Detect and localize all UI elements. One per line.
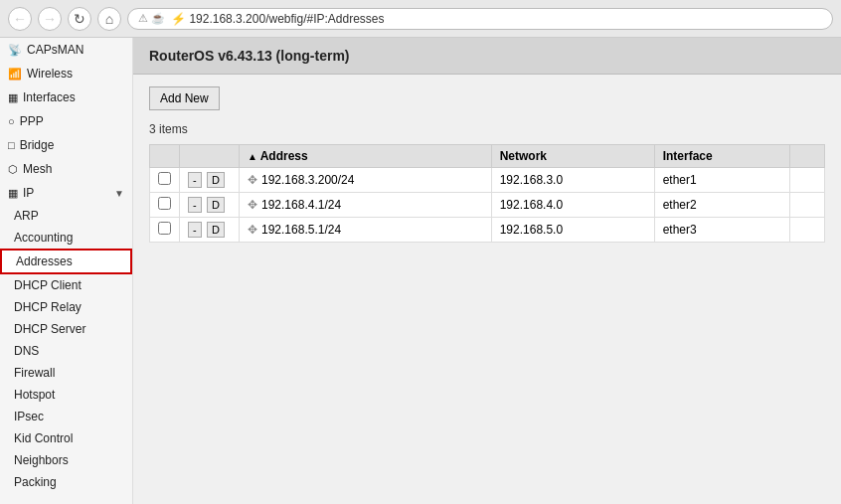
sidebar-item-hotspot[interactable]: Hotspot	[0, 384, 132, 406]
row-address: ✥192.168.5.1/24	[240, 218, 492, 243]
row-checkbox[interactable]	[158, 222, 171, 235]
back-button[interactable]: ←	[8, 7, 32, 31]
forward-button[interactable]: →	[38, 7, 62, 31]
d-button[interactable]: D	[207, 222, 225, 238]
dhcp-relay-label: DHCP Relay	[14, 300, 82, 314]
row-actions-cell: - D	[180, 168, 240, 193]
address-bar[interactable]: ⚠ ☕ ⚡ 192.168.3.200/webfig/#IP:Addresses	[127, 8, 833, 30]
browser-chrome: ← → ↻ ⌂ ⚠ ☕ ⚡ 192.168.3.200/webfig/#IP:A…	[0, 0, 841, 38]
sidebar-label-capsman: CAPsMAN	[27, 43, 84, 57]
content-body: Add New 3 items Address Network Interfac…	[133, 75, 841, 254]
sidebar-item-kid-control[interactable]: Kid Control	[0, 427, 132, 449]
neighbors-label: Neighbors	[14, 453, 69, 467]
dhcp-server-label: DHCP Server	[14, 322, 85, 336]
ip-icon: ▦	[8, 187, 18, 200]
row-interface: ether1	[654, 168, 790, 193]
firewall-label: Firewall	[14, 366, 55, 380]
sidebar-item-accounting[interactable]: Accounting	[0, 227, 132, 249]
sidebar-item-firewall[interactable]: Firewall	[0, 362, 132, 384]
minus-button[interactable]: -	[188, 222, 202, 238]
col-extra	[790, 145, 825, 168]
sidebar-label-ppp: PPP	[20, 114, 44, 128]
addresses-table: Address Network Interface - D ✥192.168.3…	[149, 144, 825, 243]
row-address: ✥192.168.4.1/24	[240, 193, 492, 218]
move-icon: ✥	[248, 223, 257, 237]
table-row[interactable]: - D ✥192.168.3.200/24 192.168.3.0 ether1	[150, 168, 825, 193]
url-text: ⚡ 192.168.3.200/webfig/#IP:Addresses	[171, 12, 384, 26]
sidebar-item-dhcp-client[interactable]: DHCP Client	[0, 274, 132, 296]
row-checkbox-cell[interactable]	[150, 193, 180, 218]
row-checkbox[interactable]	[158, 197, 171, 210]
move-icon: ✥	[248, 198, 257, 212]
row-extra	[790, 218, 825, 243]
sidebar-item-wireless[interactable]: 📶 Wireless	[0, 62, 132, 85]
d-button[interactable]: D	[207, 172, 225, 188]
sidebar-item-addresses[interactable]: Addresses	[0, 249, 132, 274]
page-title: RouterOS v6.43.13 (long-term)	[149, 48, 350, 64]
addresses-label: Addresses	[16, 254, 73, 268]
sidebar-item-mesh[interactable]: ⬡ Mesh	[0, 157, 132, 181]
sidebar-item-bridge[interactable]: □ Bridge	[0, 133, 132, 157]
refresh-button[interactable]: ↻	[68, 7, 91, 31]
row-address: ✥192.168.3.200/24	[240, 168, 492, 193]
sidebar-label-ip: IP	[23, 186, 34, 200]
col-checkbox[interactable]	[150, 145, 180, 168]
title-bar: RouterOS v6.43.13 (long-term)	[133, 38, 841, 75]
col-actions	[180, 145, 240, 168]
sidebar-item-neighbors[interactable]: Neighbors	[0, 449, 132, 471]
move-icon: ✥	[248, 173, 257, 187]
dhcp-client-label: DHCP Client	[14, 278, 82, 292]
sidebar-item-dns[interactable]: DNS	[0, 340, 132, 362]
sidebar-item-ipsec[interactable]: IPsec	[0, 406, 132, 427]
col-network[interactable]: Network	[491, 145, 654, 168]
minus-button[interactable]: -	[188, 172, 202, 188]
home-button[interactable]: ⌂	[97, 7, 121, 31]
sidebar-item-packing[interactable]: Packing	[0, 471, 132, 493]
sidebar-item-dhcp-relay[interactable]: DHCP Relay	[0, 296, 132, 318]
sidebar-label-mesh: Mesh	[23, 162, 52, 176]
accounting-label: Accounting	[14, 231, 73, 245]
kid-control-label: Kid Control	[14, 431, 73, 445]
sidebar-item-capsman[interactable]: 📡 CAPsMAN	[0, 38, 132, 62]
ipsec-label: IPsec	[14, 410, 44, 423]
table-row[interactable]: - D ✥192.168.5.1/24 192.168.5.0 ether3	[150, 218, 825, 243]
wireless-icon: 📶	[8, 68, 22, 81]
sidebar: 📡 CAPsMAN 📶 Wireless ▦ Interfaces ○ PPP …	[0, 38, 133, 504]
sidebar-label-interfaces: Interfaces	[23, 90, 76, 104]
row-extra	[790, 193, 825, 218]
row-network: 192.168.3.0	[491, 168, 654, 193]
sidebar-item-arp[interactable]: ARP	[0, 205, 132, 227]
bridge-icon: □	[8, 139, 15, 151]
ppp-icon: ○	[8, 115, 15, 127]
main-layout: 📡 CAPsMAN 📶 Wireless ▦ Interfaces ○ PPP …	[0, 38, 841, 504]
row-checkbox-cell[interactable]	[150, 218, 180, 243]
content-area: RouterOS v6.43.13 (long-term) Add New 3 …	[133, 38, 841, 504]
lock-icon: ⚠ ☕	[138, 12, 165, 25]
row-actions-cell: - D	[180, 218, 240, 243]
sidebar-label-wireless: Wireless	[27, 67, 73, 81]
hotspot-label: Hotspot	[14, 388, 55, 402]
row-network: 192.168.5.0	[491, 218, 654, 243]
mesh-icon: ⬡	[8, 163, 18, 176]
row-actions-cell: - D	[180, 193, 240, 218]
row-interface: ether3	[654, 218, 790, 243]
col-interface[interactable]: Interface	[654, 145, 790, 168]
sidebar-item-dhcp-server[interactable]: DHCP Server	[0, 318, 132, 340]
row-checkbox[interactable]	[158, 172, 171, 185]
sidebar-item-ppp[interactable]: ○ PPP	[0, 109, 132, 133]
arp-label: ARP	[14, 209, 39, 223]
sidebar-item-ip[interactable]: ▦ IP ▼	[0, 181, 132, 205]
row-extra	[790, 168, 825, 193]
minus-button[interactable]: -	[188, 197, 202, 213]
capsman-icon: 📡	[8, 44, 22, 57]
col-address[interactable]: Address	[240, 145, 492, 168]
table-row[interactable]: - D ✥192.168.4.1/24 192.168.4.0 ether2	[150, 193, 825, 218]
row-checkbox-cell[interactable]	[150, 168, 180, 193]
interfaces-icon: ▦	[8, 91, 18, 104]
packing-label: Packing	[14, 475, 57, 489]
d-button[interactable]: D	[207, 197, 225, 213]
sidebar-item-interfaces[interactable]: ▦ Interfaces	[0, 85, 132, 109]
add-new-button[interactable]: Add New	[149, 86, 220, 110]
row-interface: ether2	[654, 193, 790, 218]
sidebar-label-bridge: Bridge	[20, 138, 55, 152]
